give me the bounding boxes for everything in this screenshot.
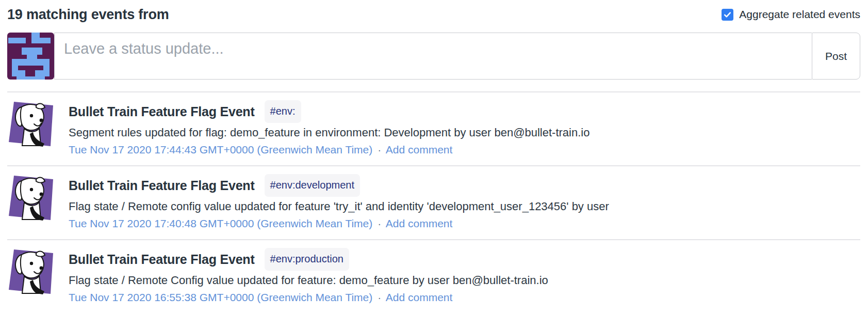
- event-meta-line: Tue Nov 17 2020 17:44:43 GMT+0000 (Green…: [69, 142, 589, 158]
- event-body: Bullet Train Feature Flag Event #env:dev…: [69, 173, 609, 231]
- checkmark-icon: [723, 10, 732, 19]
- aggregate-checkbox[interactable]: [722, 9, 733, 21]
- datadog-dog-avatar: [7, 174, 55, 222]
- event-row[interactable]: Bullet Train Feature Flag Event #env: Se…: [7, 91, 860, 165]
- event-env-tag[interactable]: #env:: [265, 100, 301, 123]
- event-title-line: Bullet Train Feature Flag Event #env:: [69, 100, 589, 123]
- identicon-icon: [7, 33, 54, 80]
- event-timestamp: Tue Nov 17 2020 16:55:38 GMT+0000 (Green…: [69, 291, 372, 303]
- pixel-identicon-avatar: [7, 33, 54, 80]
- event-list: Bullet Train Feature Flag Event #env: Se…: [7, 91, 860, 313]
- aggregate-checkbox-label: Aggregate related events: [739, 8, 860, 21]
- datadog-dog-icon: [7, 100, 55, 148]
- event-env-tag[interactable]: #env:development: [265, 174, 360, 197]
- event-title: Bullet Train Feature Flag Event: [69, 102, 255, 121]
- event-meta-line: Tue Nov 17 2020 16:55:38 GMT+0000 (Green…: [69, 290, 548, 305]
- post-button[interactable]: Post: [812, 33, 860, 80]
- event-description: Flag state / Remote config value updated…: [69, 198, 609, 214]
- datadog-dog-icon: [7, 248, 55, 295]
- event-timestamp: Tue Nov 17 2020 17:44:43 GMT+0000 (Green…: [69, 144, 372, 155]
- datadog-dog-icon: [7, 174, 55, 222]
- add-comment-link[interactable]: Add comment: [386, 217, 453, 229]
- event-body: Bullet Train Feature Flag Event #env:pro…: [69, 247, 548, 305]
- matching-events-title: 19 matching events from: [7, 7, 169, 23]
- event-title-line: Bullet Train Feature Flag Event #env:dev…: [69, 174, 609, 197]
- event-description: Segment rules updated for flag: demo_fea…: [69, 124, 589, 140]
- event-timestamp: Tue Nov 17 2020 17:40:48 GMT+0000 (Green…: [69, 217, 372, 229]
- event-env-tag[interactable]: #env:production: [265, 248, 349, 271]
- event-body: Bullet Train Feature Flag Event #env: Se…: [69, 99, 589, 158]
- meta-separator: ·: [375, 217, 383, 229]
- meta-separator: ·: [375, 144, 383, 155]
- aggregate-related-events-toggle[interactable]: Aggregate related events: [722, 8, 860, 21]
- add-comment-link[interactable]: Add comment: [386, 291, 453, 303]
- add-comment-link[interactable]: Add comment: [386, 144, 453, 155]
- datadog-dog-avatar: [7, 100, 55, 148]
- events-header: 19 matching events from Aggregate relate…: [7, 4, 860, 25]
- event-title: Bullet Train Feature Flag Event: [69, 250, 255, 269]
- meta-separator: ·: [375, 291, 383, 303]
- event-row[interactable]: Bullet Train Feature Flag Event #env:pro…: [7, 239, 860, 313]
- status-update-input[interactable]: [54, 33, 812, 80]
- event-title: Bullet Train Feature Flag Event: [69, 176, 255, 195]
- event-row[interactable]: Bullet Train Feature Flag Event #env:dev…: [7, 165, 860, 239]
- event-title-line: Bullet Train Feature Flag Event #env:pro…: [69, 248, 548, 271]
- status-composer: Post: [7, 33, 860, 80]
- datadog-dog-avatar: [7, 248, 55, 295]
- event-description: Flag state / Remote Config value updated…: [69, 272, 548, 288]
- event-meta-line: Tue Nov 17 2020 17:40:48 GMT+0000 (Green…: [69, 216, 609, 231]
